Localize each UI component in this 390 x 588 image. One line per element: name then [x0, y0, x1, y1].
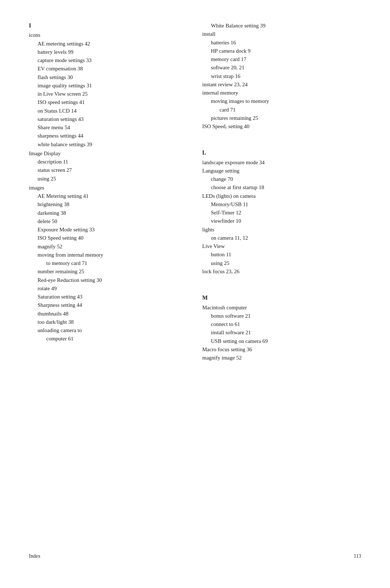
list-item: rotate 49	[29, 284, 181, 293]
list-item: Macintosh computer	[202, 304, 361, 312]
page: I icons AE metering settings 42 battery …	[0, 0, 390, 588]
list-item: USB setting on camera 69	[202, 337, 361, 345]
list-item: HP camera dock 9	[202, 47, 361, 55]
list-item: wrist strap 16	[202, 72, 361, 80]
list-item: Memory/USB 11	[202, 200, 361, 209]
list-item: LEDs (lights) on camera	[202, 192, 361, 200]
content-area: I icons AE metering settings 42 battery …	[29, 22, 361, 546]
list-item: on Status LCD 14	[29, 107, 181, 115]
list-item: ISO Speed setting 40	[29, 234, 181, 242]
list-item: landscape exposure mode 34	[202, 158, 361, 167]
list-item: ISO speed settings 41	[29, 98, 181, 106]
list-item: EV compensation 38	[29, 65, 181, 73]
list-item: Self-Timer 12	[202, 209, 361, 217]
list-item: AE Metering setting 41	[29, 192, 181, 200]
list-item: images	[29, 184, 181, 192]
list-item: software 20, 21	[202, 64, 361, 72]
list-item: moving images to memory	[202, 97, 361, 105]
list-item: Saturation setting 43	[29, 293, 181, 301]
list-item: bonus software 21	[202, 312, 361, 320]
list-item: delete 50	[29, 217, 181, 226]
list-item: Language setting	[202, 167, 361, 175]
list-item: Share menu 54	[29, 123, 181, 132]
list-item: capture mode settings 33	[29, 56, 181, 65]
list-item: sharpness settings 44	[29, 132, 181, 140]
list-item: unloading camera to	[29, 326, 181, 335]
list-item: too dark/light 38	[29, 318, 181, 326]
list-item: White Balance setting 39	[202, 22, 361, 30]
list-item: moving from internal memory	[29, 251, 181, 259]
list-item: on camera 11, 12	[202, 234, 361, 242]
list-item: install software 21	[202, 328, 361, 337]
list-item: connect to 61	[202, 320, 361, 328]
page-number: 113	[354, 553, 361, 559]
list-item: Red-eye Reduction setting 30	[29, 276, 181, 284]
section-letter-i: I	[29, 22, 181, 30]
footer-label: Index	[29, 553, 40, 559]
list-item: button 11	[202, 251, 361, 259]
list-item: image quality settings 31	[29, 82, 181, 90]
list-item: lock focus 23, 26	[202, 267, 361, 276]
left-column: I icons AE metering settings 42 battery …	[29, 22, 195, 546]
entry-group-icons: icons AE metering settings 42 battery le…	[29, 31, 181, 149]
list-item: number remaining 25	[29, 267, 181, 276]
list-item: AE metering settings 42	[29, 40, 181, 48]
entry-group-l: landscape exposure mode 34 Language sett…	[202, 158, 361, 276]
list-item: memory card 17	[202, 55, 361, 64]
list-item: to memory card 71	[29, 259, 181, 267]
list-item: install	[202, 30, 361, 38]
list-item: card 71	[202, 106, 361, 114]
list-item: computer 61	[29, 335, 181, 343]
list-item: internal memory	[202, 89, 361, 97]
list-item: using 25	[202, 259, 361, 267]
entry-group-images: images AE Metering setting 41 brightenin…	[29, 184, 181, 343]
list-item: battery levels 99	[29, 48, 181, 56]
list-item: batteries 16	[202, 39, 361, 47]
list-item: magnify 52	[29, 243, 181, 251]
list-item: lights	[202, 226, 361, 234]
list-item: Live View	[202, 242, 361, 251]
entry-group-m: Macintosh computer bonus software 21 con…	[202, 304, 361, 362]
list-item: choose at first startup 18	[202, 183, 361, 192]
list-item: Macro focus setting 36	[202, 345, 361, 354]
list-item: status screen 27	[29, 166, 181, 174]
list-item: thumbnails 48	[29, 310, 181, 318]
list-item: flash settings 30	[29, 73, 181, 82]
list-item: pictures remaining 25	[202, 114, 361, 122]
list-item: ISO Speed, setting 40	[202, 122, 361, 131]
list-item: Image Display	[29, 149, 181, 158]
list-item: using 25	[29, 175, 181, 183]
section-letter-l: L	[202, 149, 361, 157]
list-item: instant review 23, 24	[202, 80, 361, 89]
list-item: saturation settings 43	[29, 115, 181, 123]
list-item: Sharpness setting 44	[29, 301, 181, 309]
section-letter-m: M	[202, 294, 361, 302]
list-item: white balance settings 39	[29, 140, 181, 149]
footer: Index 113	[29, 546, 361, 559]
right-column: White Balance setting 39 install batteri…	[195, 22, 361, 546]
list-item: Exposure Mode setting 33	[29, 226, 181, 234]
list-item: icons	[29, 31, 181, 39]
list-item: darkening 38	[29, 209, 181, 217]
list-item: change 70	[202, 175, 361, 183]
list-item: description 11	[29, 158, 181, 166]
list-item: brightening 38	[29, 200, 181, 209]
list-item: in Live View screen 25	[29, 90, 181, 98]
entry-group-i-right: White Balance setting 39 install batteri…	[202, 22, 361, 131]
list-item: viewfinder 10	[202, 217, 361, 225]
list-item: magnify image 52	[202, 354, 361, 362]
entry-group-image-display: Image Display description 11 status scre…	[29, 149, 181, 183]
